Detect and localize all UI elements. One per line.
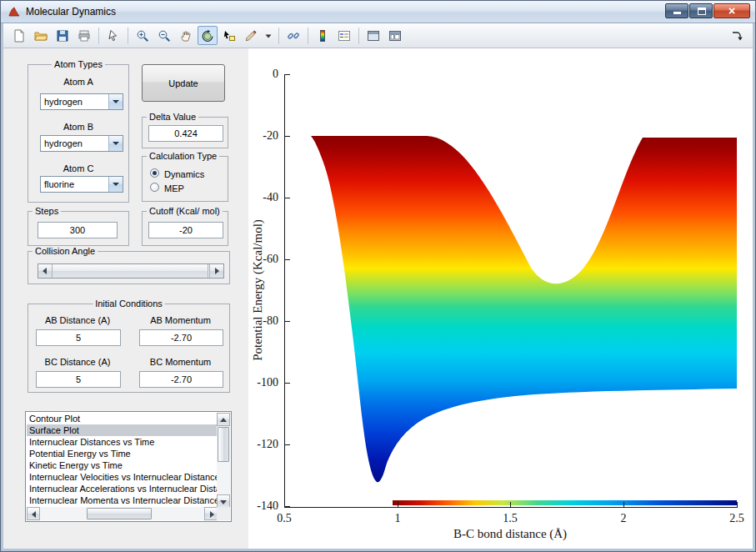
figure-toolbar [3,23,753,48]
y-tick [285,444,290,445]
y-tick [285,259,290,260]
plot-area: 0 -20 -40 -60 -80 -100 -120 -140 0.5 1 1… [3,48,753,549]
toolbar-separator [308,28,308,44]
edit-plot-button[interactable] [103,26,123,45]
brush-menu-button[interactable] [263,26,274,45]
save-icon [56,29,69,43]
dropdown-arrow-icon [263,29,273,43]
close-button[interactable] [713,3,750,18]
x-axis-label: B-C bond distance (Å) [453,527,567,541]
x-tick-label: 2.5 [718,512,753,525]
hide-plot-tools-icon [367,29,380,43]
window-title: Molecular Dynamics [26,6,116,18]
y-tick [285,321,290,322]
y-tick-label: -20 [247,129,278,143]
y-tick [285,136,290,137]
potential-energy-surface-plot[interactable] [284,74,737,507]
toolbar-separator [278,28,279,44]
app-icon [8,5,21,18]
y-axis-label: Potential Energy (Kcal/mol) [251,219,265,361]
y-tick-label: -140 [247,499,278,513]
window-controls [665,3,750,18]
x-tick [284,502,285,507]
show-plot-tools-button[interactable] [385,26,405,45]
dock-figure-arrow-icon [730,29,743,43]
zoom-out-button[interactable] [154,26,174,45]
open-folder-icon [34,29,48,43]
title-bar[interactable]: Molecular Dynamics [1,1,755,23]
y-tick-label: -120 [247,438,278,451]
toolbar-separator [98,28,99,44]
data-cursor-button[interactable] [219,26,239,45]
brush-button[interactable] [241,26,261,45]
surface-body [311,136,737,482]
save-button[interactable] [53,26,73,45]
y-tick-label: -40 [247,191,278,204]
rotate-3d-icon [201,29,214,43]
show-plot-tools-icon [388,29,402,43]
insert-legend-button[interactable] [334,26,354,45]
x-tick-label: 2 [605,512,642,525]
y-axis [284,74,285,508]
maximize-icon [698,8,706,15]
brush-icon [244,29,258,43]
x-tick [398,502,398,507]
data-cursor-icon [223,29,236,43]
minimize-button[interactable] [665,3,688,18]
y-tick [285,198,290,198]
minimize-icon [673,12,681,14]
new-file-button[interactable] [9,26,29,45]
y-tick [285,74,290,75]
toolbar-separator [128,28,128,44]
figure-canvas: Atom Types Atom A hydrogen Atom B hydrog… [3,48,753,549]
print-button[interactable] [74,26,94,45]
y-tick-label: -100 [247,376,278,389]
toolbar-separator [358,28,359,44]
link-plot-button[interactable] [283,26,303,45]
print-icon [78,29,91,43]
pan-button[interactable] [176,26,196,45]
zoom-in-icon [136,29,149,43]
x-axis [284,507,738,508]
zoom-out-icon [158,29,171,43]
hide-plot-tools-button[interactable] [363,26,383,45]
link-plot-icon [287,29,300,43]
pan-hand-icon [179,29,193,43]
x-tick [623,502,624,507]
dock-figure-button[interactable] [727,26,747,45]
y-tick-label: 0 [247,68,278,81]
legend-icon [338,29,351,43]
y-tick [285,383,290,384]
x-tick-label: 1.5 [492,512,528,525]
new-file-icon [13,29,26,43]
open-folder-button[interactable] [31,26,51,45]
colorbar-icon [316,29,329,43]
rotate-3d-button[interactable] [198,26,218,45]
surface-bottom-edge [393,500,737,505]
x-tick-label: 0.5 [266,512,303,525]
zoom-in-button[interactable] [133,26,153,45]
x-tick [510,502,511,507]
app-window: Molecular Dynamics [0,0,756,552]
y-tick [285,506,290,507]
insert-colorbar-button[interactable] [313,26,333,45]
x-tick-label: 1 [379,512,416,525]
close-icon [714,4,749,18]
x-tick [737,502,738,507]
edit-plot-pointer-icon [107,29,120,43]
maximize-button[interactable] [689,3,713,18]
